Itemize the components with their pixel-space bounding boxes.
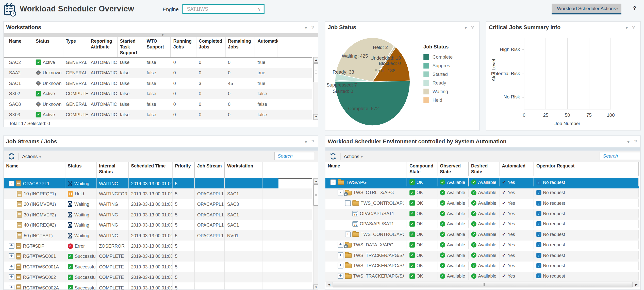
check-square-icon: ✓ — [68, 275, 73, 280]
table-row[interactable]: SX02✓ActiveCOMPUTERAUTOMATICfalsefalse00… — [4, 89, 312, 99]
panel-help-icon[interactable]: ? — [311, 139, 314, 145]
column-header-wto-support[interactable]: WTO Support — [144, 37, 171, 57]
table-row[interactable]: 10 (INGREQ#1)HeldWAITINGFORI2019-03-13 0… — [4, 189, 312, 199]
column-header-started-task-support[interactable]: Started Task Support — [118, 37, 144, 57]
vertical-scrollbar[interactable]: ▲ ▼ — [313, 178, 318, 290]
table-row[interactable]: +TWS_TRACKER/APG/SAT2✓OK✓Available✓Avail… — [325, 262, 639, 272]
column-header-operator-request[interactable]: Operator Request — [534, 162, 639, 176]
table-row[interactable]: SX03✓ActiveCOMPUTERAUTOMATICfalsefalse00… — [4, 109, 312, 120]
pie-slice-complete[interactable] — [335, 81, 410, 126]
table-row[interactable]: OPAC/APL/SAT1✓OK✓Available✓Available✓Yes… — [325, 209, 639, 220]
expand-toggle[interactable]: + — [338, 242, 343, 248]
table-row[interactable]: +TWS_CONTROL/APG/SAT1✓OK✓Available✓Avail… — [325, 230, 639, 241]
column-header-priority[interactable]: Priority — [173, 162, 195, 178]
refresh-icon[interactable] — [8, 152, 15, 160]
panel-help-icon[interactable]: ? — [634, 139, 637, 145]
column-header-observed-state[interactable]: Observed State — [437, 162, 469, 176]
collapse-toggle[interactable]: - — [9, 180, 14, 186]
scroll-up-button[interactable]: ▲ — [313, 57, 318, 63]
scroll-left-button[interactable]: ◀ — [326, 282, 332, 287]
legend-item-ready[interactable]: Ready — [423, 78, 455, 87]
column-header-remaining-jobs[interactable]: Remaining Jobs — [225, 37, 255, 57]
table-row[interactable]: +TWS_DATA_X/APG✓OK✓Available✓Available✓Y… — [325, 241, 639, 251]
expand-toggle[interactable]: + — [345, 231, 351, 237]
legend-item-started[interactable]: Started — [423, 70, 455, 78]
table-row[interactable]: -TWS/APG✓OK✓Available✓Available✓YesiNo r… — [325, 178, 639, 189]
scrollbar-thumb[interactable] — [313, 184, 318, 206]
scroll-down-button[interactable]: ▼ — [313, 284, 318, 290]
expand-toggle[interactable]: + — [9, 243, 14, 249]
table-row[interactable]: +TWS_TRACKER/APG/SAT1✓OK✓Available✓Avail… — [325, 251, 639, 262]
table-row[interactable]: +RGT#TWSC001A✓SuccessfulCOMPLETE2019-03-… — [4, 262, 312, 272]
column-header-name[interactable]: Name — [4, 37, 33, 57]
engine-select[interactable]: SAT1IWS ∨ — [182, 4, 265, 14]
collapse-toggle[interactable]: - — [345, 200, 351, 206]
expand-toggle[interactable]: + — [9, 285, 14, 289]
column-header-name[interactable]: Name — [4, 162, 65, 178]
legend-item-[interactable]: ... — [423, 104, 455, 113]
panel-menu-caret-icon[interactable]: ▼ — [304, 25, 308, 30]
actions-menu-button[interactable]: Actions▾ — [22, 154, 41, 159]
column-header-compound-state[interactable]: Compound State — [407, 162, 437, 176]
legend-item-waiting[interactable]: Waiting — [423, 87, 455, 96]
table-row[interactable]: 20 (INGMVE#1)WaitingWAITING2019-03-13 00… — [4, 199, 312, 209]
refresh-icon[interactable] — [329, 152, 337, 160]
workload-scheduler-actions-button[interactable]: Workload Scheduler Actions ▾ — [552, 4, 621, 14]
column-header-status[interactable]: Status — [65, 162, 96, 178]
legend-item-held[interactable]: Held — [423, 96, 455, 104]
expand-toggle[interactable]: + — [338, 252, 343, 258]
table-row[interactable]: SAA2?UnknownGENERALAUTOMATICfalsefalse00… — [4, 67, 312, 78]
table-row[interactable]: +RGT#TWSC002A✓SuccessfulCOMPLETE2019-03-… — [4, 282, 312, 289]
collapse-toggle[interactable]: - — [330, 179, 336, 185]
panel-menu-caret-icon[interactable]: ▼ — [304, 140, 308, 144]
job-status-pie-chart[interactable] — [325, 22, 480, 131]
column-header-scheduled-time[interactable]: Scheduled Time — [128, 162, 172, 178]
table-row[interactable]: +RGT#TWSC001✓SuccessfulCOMPLETE2019-03-1… — [4, 251, 312, 262]
column-header-job-stream[interactable]: Job Stream — [195, 162, 225, 178]
table-row[interactable]: +RGT#SDF✕ErrorZOSERROR2019-03-13 00:01:0… — [4, 241, 312, 251]
expand-toggle[interactable]: + — [9, 274, 14, 280]
column-header-workstation[interactable]: Workstation — [225, 162, 262, 178]
column-header-automated[interactable]: Automated — [499, 162, 534, 176]
search-input[interactable] — [274, 152, 315, 160]
collapse-toggle[interactable]: - — [338, 190, 343, 196]
expand-toggle[interactable]: + — [338, 273, 343, 279]
table-row[interactable]: -TWS_CONTROL/APG/SAT1✓OK✓Available✓Avail… — [325, 199, 639, 209]
legend-item-complete[interactable]: Complete — [423, 53, 455, 61]
expand-toggle[interactable]: + — [9, 264, 14, 270]
expand-toggle[interactable]: + — [338, 263, 343, 268]
column-header-reporting-attribute[interactable]: Reporting Attribute — [88, 37, 118, 57]
column-header-running-jobs[interactable]: Running Jobs — [171, 37, 196, 57]
column-header-name[interactable]: Name — [325, 162, 407, 176]
column-resize-strip[interactable]: ▼ — [4, 33, 318, 37]
table-row[interactable]: -OPACAPPL1WaitingWAITING2019-03-13 00:01… — [4, 178, 312, 189]
legend-item-suppres[interactable]: Suppres… — [423, 61, 455, 70]
panel-menu-caret-icon[interactable]: ▼ — [626, 140, 630, 144]
search-input[interactable] — [600, 152, 640, 160]
column-header-desired-state[interactable]: Desired State — [469, 162, 499, 176]
scroll-up-button[interactable]: ▲ — [313, 178, 318, 184]
vertical-scrollbar[interactable]: ▲ ▼ — [313, 57, 318, 120]
column-header-automatic[interactable]: Automatic — [255, 37, 278, 57]
table-row[interactable]: +RGT#TWSC002✓SuccessfulCOMPLETE2019-03-1… — [4, 272, 312, 282]
table-row[interactable]: 50 (INGTEST)WaitingWAITING2019-03-13 00:… — [4, 230, 312, 241]
table-row[interactable]: SAC8?UnknownGENERALAUTOMATICfalsefalse00… — [4, 99, 312, 109]
scroll-right-button[interactable]: ▶ — [634, 282, 639, 287]
table-row[interactable]: SAC1?UnknownGENERALAUTOMATICfalsefalse03… — [4, 78, 312, 88]
table-row[interactable]: OPAS/APL/SAT1✓OK✓Available✓Available✓Yes… — [325, 220, 639, 230]
column-header-type[interactable]: Type — [63, 37, 88, 57]
column-header-internal-status[interactable]: Internal Status — [96, 162, 128, 178]
table-row[interactable]: SAC2✓ActiveGENERALAUTOMATICfalsefalse000… — [4, 57, 312, 67]
column-header-completed-jobs[interactable]: Completed Jobs — [196, 37, 225, 57]
panel-help-icon[interactable]: ? — [311, 25, 314, 30]
scrollbar-thumb[interactable] — [333, 282, 633, 287]
column-header-status[interactable]: Status — [33, 37, 63, 57]
scroll-down-button[interactable]: ▼ — [313, 114, 318, 120]
expand-toggle[interactable]: + — [9, 253, 14, 259]
table-row[interactable]: 40 (INGREQ#2)WaitingWAITING2019-03-13 00… — [4, 220, 312, 230]
table-row[interactable]: -TWS_CTRL_X/APG✓OK✓Available✓Available✓Y… — [325, 189, 639, 199]
scrollbar-thumb[interactable] — [313, 63, 318, 82]
actions-menu-button[interactable]: Actions▾ — [344, 154, 363, 159]
table-row[interactable]: 30 (INGMVE#2)WaitingWAITING2019-03-13 00… — [4, 209, 312, 220]
help-icon[interactable]: ? — [633, 5, 636, 11]
